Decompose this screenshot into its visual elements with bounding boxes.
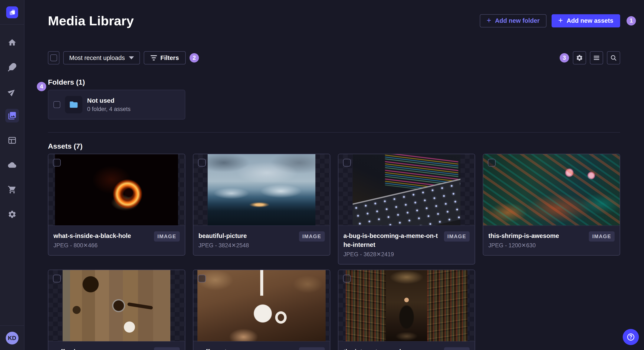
sidebar: KD [0, 0, 24, 350]
asset-preview [193, 154, 330, 226]
layout-icon [8, 136, 16, 145]
sidebar-item-content[interactable] [5, 60, 19, 74]
plus-icon: + [558, 16, 563, 24]
asset-card[interactable]: coffee-beans JPEG - 5021✕3347 IMAGE [48, 270, 185, 350]
folder-checkbox[interactable] [54, 101, 60, 108]
section-divider [48, 132, 620, 133]
sidebar-item-content-type-builder[interactable] [5, 134, 19, 147]
asset-footer: beautiful-picture JPEG - 3824✕2548 IMAGE [193, 226, 330, 255]
assets-heading: Assets (7) [48, 142, 620, 150]
asset-thumbnail-library-boy [346, 270, 468, 341]
strapi-logo-icon[interactable] [6, 6, 18, 18]
asset-preview [48, 270, 185, 342]
folder-icon [69, 100, 78, 109]
list-icon [593, 54, 600, 61]
asset-preview [338, 270, 475, 342]
assets-grid: what-s-inside-a-black-hole JPEG - 800✕46… [48, 154, 620, 350]
add-new-folder-button[interactable]: + Add new folder [480, 14, 546, 27]
sidebar-item-home[interactable] [5, 36, 19, 49]
app-root: KD Media Library + Add new folder + Add … [0, 0, 644, 350]
asset-name: coffee-art [198, 347, 249, 350]
asset-thumbnail-coffee-art [198, 270, 326, 341]
folder-meta: 0 folder, 4 assets [87, 106, 130, 113]
asset-checkbox[interactable] [53, 159, 61, 167]
main-content: Media Library + Add new folder + Add new… [24, 0, 644, 350]
list-view-button[interactable] [590, 51, 603, 64]
sidebar-nav [0, 25, 24, 221]
asset-checkbox[interactable] [198, 275, 206, 282]
asset-info: coffee-art JPEG - 5824✕3259 [198, 347, 249, 350]
asset-info: this-shrimp-is-awesome JPEG - 1200✕630 [488, 231, 559, 249]
asset-preview [193, 270, 330, 342]
asset-checkbox[interactable] [343, 275, 351, 282]
asset-name: the-internet-s-own-boy [344, 347, 410, 350]
asset-name: coffee-beans [54, 347, 104, 350]
sidebar-item-media-library[interactable] [5, 109, 19, 123]
asset-type-badge: IMAGE [589, 231, 614, 242]
tour-step-badge-2: 2 [190, 53, 199, 62]
cloud-icon [8, 161, 16, 170]
asset-thumbnail-black-hole [55, 154, 178, 225]
add-new-assets-button[interactable]: + Add new assets [552, 14, 620, 27]
sidebar-item-deploy[interactable] [5, 158, 19, 172]
asset-preview [483, 154, 620, 226]
asset-info: beautiful-picture JPEG - 3824✕2548 [198, 231, 249, 249]
filters-label: Filters [160, 54, 179, 61]
asset-checkbox[interactable] [53, 275, 61, 282]
asset-meta: JPEG - 3628✕2419 [344, 251, 440, 258]
asset-type-badge: IMAGE [154, 231, 180, 242]
folders-heading: Folders (1) [48, 78, 620, 86]
asset-thumbnail-coffee-beans [62, 270, 170, 341]
asset-card[interactable]: beautiful-picture JPEG - 3824✕2548 IMAGE [193, 154, 330, 256]
asset-type-badge: IMAGE [154, 347, 180, 350]
cart-icon [8, 185, 16, 194]
asset-card[interactable]: coffee-art JPEG - 5824✕3259 IMAGE [193, 270, 330, 350]
page-title: Media Library [48, 13, 134, 28]
sort-dropdown-value: Most recent uploads [69, 54, 125, 61]
home-icon [8, 38, 16, 47]
sort-dropdown[interactable]: Most recent uploads [63, 51, 140, 64]
asset-info: a-bug-is-becoming-a-meme-on-the-internet… [344, 231, 440, 258]
sidebar-item-marketplace[interactable] [5, 183, 19, 196]
asset-meta: JPEG - 3824✕2548 [198, 242, 249, 249]
plus-icon: + [486, 16, 491, 24]
asset-card[interactable]: this-shrimp-is-awesome JPEG - 1200✕630 I… [483, 154, 620, 256]
asset-footer: coffee-art JPEG - 5824✕3259 IMAGE [193, 342, 330, 350]
asset-checkbox[interactable] [343, 159, 351, 167]
gear-icon [8, 210, 16, 219]
help-button[interactable] [623, 329, 639, 345]
search-button[interactable] [607, 51, 620, 64]
asset-type-badge: IMAGE [299, 231, 325, 242]
feather-icon [8, 63, 16, 72]
asset-type-badge: IMAGE [444, 347, 470, 350]
sidebar-item-releases[interactable] [5, 85, 19, 99]
folder-card[interactable]: Not used 0 folder, 4 assets [48, 90, 185, 120]
sidebar-footer: KD [0, 325, 24, 350]
toolbar-left: Most recent uploads Filters 2 [48, 51, 199, 64]
asset-checkbox[interactable] [488, 159, 496, 167]
asset-name: a-bug-is-becoming-a-meme-on-the-internet [344, 231, 440, 249]
asset-preview [48, 154, 185, 226]
sidebar-item-settings[interactable] [5, 207, 19, 221]
asset-name: this-shrimp-is-awesome [488, 231, 559, 240]
user-avatar[interactable]: KD [6, 332, 18, 345]
gear-icon [576, 54, 583, 61]
asset-type-badge: IMAGE [299, 347, 325, 350]
asset-info: the-internet-s-own-boy JPEG - 1200✕707 [344, 347, 410, 350]
add-new-assets-label: Add new assets [567, 17, 613, 24]
select-all-checkbox[interactable] [48, 51, 60, 64]
asset-preview [338, 154, 475, 226]
filters-button[interactable]: Filters [144, 51, 186, 64]
asset-footer: what-s-inside-a-black-hole JPEG - 800✕46… [48, 226, 185, 255]
asset-card[interactable]: what-s-inside-a-black-hole JPEG - 800✕46… [48, 154, 185, 256]
asset-card[interactable]: a-bug-is-becoming-a-meme-on-the-internet… [338, 154, 475, 265]
checkbox-icon [50, 54, 57, 61]
search-icon [610, 54, 617, 61]
asset-thumbnail-shrimp [483, 154, 620, 225]
asset-checkbox[interactable] [198, 159, 206, 167]
asset-type-badge: IMAGE [444, 231, 470, 242]
asset-card[interactable]: the-internet-s-own-boy JPEG - 1200✕707 I… [338, 270, 475, 350]
folder-info: Not used 0 folder, 4 assets [87, 97, 130, 113]
asset-thumbnail-mountains [208, 154, 316, 225]
view-settings-button[interactable] [573, 51, 586, 64]
